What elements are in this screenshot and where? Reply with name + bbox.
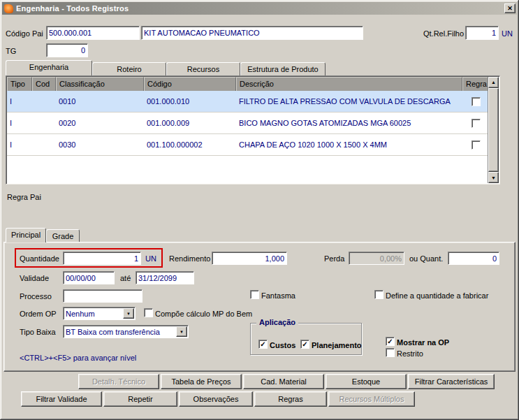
planejamento-checkbox[interactable]: ✓ [300, 340, 309, 349]
quantidade-input[interactable] [63, 252, 141, 265]
custos-label[interactable]: Custos [270, 341, 295, 349]
mostrar-na-op-label[interactable]: Mostrar na OP [397, 338, 449, 347]
chevron-down-icon: ▼ [180, 330, 184, 334]
tab-grade[interactable]: Grade [46, 229, 80, 242]
compoe-calculo-checkbox[interactable] [144, 308, 153, 317]
column-header-regra[interactable]: Regra [462, 77, 489, 91]
filtrar-caracteristicas-button[interactable]: Filtrar Características [408, 374, 495, 389]
observacoes-button[interactable]: Observações [179, 391, 253, 407]
custos-checkbox[interactable]: ✓ [258, 340, 268, 349]
tab-principal[interactable]: Principal [6, 228, 46, 242]
qt-rel-filho-input[interactable] [465, 26, 499, 40]
ordem-op-dropdown-button[interactable]: ▼ [123, 308, 134, 319]
ordem-op-label: Ordem OP [20, 310, 57, 318]
regra-pai-label: Regra Pai [7, 193, 41, 201]
cell-descricao: CHAPA DE AÇO 1020 1000 X 1500 X 4MM [236, 140, 462, 149]
mostrar-na-op-checkbox[interactable]: ✓ [386, 337, 395, 346]
cell-tipo: I [7, 140, 32, 149]
table-row[interactable]: I 0030 001.100.000002 CHAPA DE AÇO 1020 … [7, 134, 488, 156]
tg-label: TG [6, 47, 16, 55]
cell-regra [462, 97, 488, 106]
qt-rel-filho-label: Qt.Rel.Filho [423, 29, 464, 38]
recursos-multiplos-button: Recursos Múltiplos [328, 391, 415, 407]
regra-checkbox[interactable] [472, 119, 481, 128]
repetir-button[interactable]: Repetir [103, 391, 177, 407]
column-header-descricao[interactable]: Descrição [236, 77, 462, 91]
grid-header: Tipo Cod Classificação Código Descrição … [7, 77, 488, 91]
fantasma-label[interactable]: Fantasma [261, 291, 295, 300]
scroll-down-button[interactable]: ▼ [488, 172, 499, 183]
restrito-checkbox[interactable] [386, 348, 395, 357]
compoe-calculo-label[interactable]: Compõe cálculo MP do Bem [155, 310, 252, 318]
column-header-cod[interactable]: Cod [32, 77, 56, 91]
scroll-up-icon: ▲ [491, 80, 496, 85]
column-header-tipo[interactable]: Tipo [7, 77, 32, 91]
cell-regra [462, 119, 488, 128]
scroll-thumb[interactable] [488, 88, 499, 172]
tab-recursos[interactable]: Recursos [166, 62, 240, 75]
ordem-op-select[interactable]: Nenhum ▼ [63, 307, 136, 320]
cad-material-button[interactable]: Cad. Material [243, 374, 324, 389]
engineering-grid: Tipo Cod Classificação Código Descrição … [6, 75, 500, 184]
close-icon: ✕ [507, 5, 513, 12]
tipo-baixa-dropdown-button[interactable]: ▼ [176, 326, 187, 337]
define-quantidade-checkbox[interactable] [374, 290, 383, 299]
tipo-baixa-select[interactable]: BT Baixa com transferência ▼ [63, 325, 189, 338]
window-title: Engenharia - Todos Registros [16, 4, 504, 13]
filtrar-validade-button[interactable]: Filtrar Validade [21, 391, 102, 407]
ctrl-f5-hint: <CTRL>+<F5> para avançar nível [20, 354, 136, 362]
close-button[interactable]: ✕ [504, 3, 516, 13]
tabela-de-precos-button[interactable]: Tabela de Preços [161, 374, 242, 389]
ou-quant-input[interactable] [448, 252, 499, 265]
codigo-pai-input[interactable] [46, 26, 140, 40]
tab-estrutura-de-produto[interactable]: Estrutura de Produto [240, 62, 326, 75]
processo-label: Processo [20, 292, 52, 300]
descricao-input[interactable] [141, 26, 363, 40]
restrito-label[interactable]: Restrito [397, 349, 423, 358]
ate-input[interactable] [136, 271, 194, 284]
engenharia-window: Engenharia - Todos Registros ✕ Código Pa… [0, 0, 519, 420]
cell-regra [462, 140, 488, 150]
tab-engenharia[interactable]: Engenharia [6, 60, 92, 75]
column-header-codigo[interactable]: Código [144, 77, 236, 91]
aplicacao-groupbox: Aplicação [250, 323, 362, 355]
regra-checkbox[interactable] [472, 140, 481, 150]
fantasma-checkbox[interactable] [250, 290, 259, 299]
detalh-tecnico-button: Detalh. Técnico [78, 374, 159, 389]
table-row[interactable]: I 0010 001.000.010 FILTRO DE ALTA PRESSA… [7, 91, 488, 113]
cell-tipo: I [7, 119, 32, 127]
cell-classificacao: 0030 [56, 140, 144, 149]
grid-body: I 0010 001.000.010 FILTRO DE ALTA PRESSA… [7, 91, 488, 183]
quantidade-label: Quantidade [20, 254, 59, 263]
cell-classificacao: 0010 [56, 97, 144, 106]
cell-descricao: BICO MAGNO GOTAS ATOMIZADAS MGA 60025 [236, 119, 462, 127]
app-icon [4, 4, 13, 13]
check-icon: ✓ [387, 338, 393, 345]
planejamento-label[interactable]: Planejamento [312, 341, 362, 349]
table-row[interactable]: I 0020 001.000.009 BICO MAGNO GOTAS ATOM… [7, 113, 488, 134]
perda-input [349, 252, 404, 265]
rendimento-input[interactable] [212, 252, 287, 265]
cell-classificacao: 0020 [56, 119, 144, 127]
cell-tipo: I [7, 97, 32, 106]
scroll-up-button[interactable]: ▲ [488, 77, 499, 88]
perda-label: Perda [324, 254, 344, 263]
tg-input[interactable] [46, 43, 88, 57]
regra-checkbox[interactable] [472, 97, 481, 106]
tab-roteiro[interactable]: Roteiro [92, 62, 166, 75]
define-quantidade-label[interactable]: Define a quantidade a fabricar [386, 291, 488, 300]
tipo-baixa-label: Tipo Baixa [20, 328, 56, 336]
estoque-button[interactable]: Estoque [326, 374, 407, 389]
qt-rel-filho-unit-label: UN [502, 29, 513, 38]
aplicacao-label: Aplicação [256, 318, 298, 326]
quantidade-unit-label: UN [145, 254, 156, 263]
validade-input[interactable] [63, 271, 115, 284]
processo-input[interactable] [63, 289, 142, 303]
column-header-classificacao[interactable]: Classificação [56, 77, 144, 91]
codigo-pai-label: Código Pai [6, 29, 43, 38]
ou-quant-label: ou Quant. [409, 254, 443, 263]
regras-button[interactable]: Regras [254, 391, 327, 407]
scrollbar-track[interactable]: ▲ ▼ [488, 77, 499, 183]
cell-codigo: 001.000.010 [144, 97, 236, 106]
tipo-baixa-value: BT Baixa com transferência [66, 328, 188, 336]
